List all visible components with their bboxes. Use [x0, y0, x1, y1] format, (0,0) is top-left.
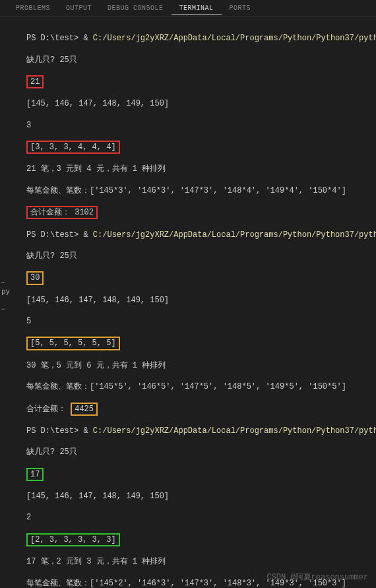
- run2-array-box: [5, 5, 5, 5, 5, 5]: [26, 337, 120, 350]
- ps-prompt: PS D:\test> &: [26, 34, 93, 43]
- run2-input-box: 30: [26, 271, 44, 284]
- run2-detail: 每笔金额、笔数：['145*5', '146*5', '147*5', '148…: [26, 381, 373, 392]
- question-line: 缺几只? 25只: [26, 251, 373, 261]
- list-line: [145, 146, 147, 148, 149, 150]: [26, 98, 373, 109]
- tab-problems[interactable]: PROBLEMS: [8, 2, 58, 15]
- watermark: CSDN @阿夏reasonsummer: [266, 572, 368, 583]
- tab-debug-console[interactable]: DEBUG CONSOLE: [100, 2, 172, 15]
- run1-before: 3: [26, 120, 373, 131]
- python-path: C:/Users/jg2yXRZ/AppData/Local/Programs/…: [93, 230, 376, 240]
- run1-input-box: 21: [26, 75, 44, 88]
- terminal-output[interactable]: PS D:\test> & C:/Users/jg2yXRZ/AppData/L…: [0, 17, 376, 588]
- tab-terminal[interactable]: TERMINAL: [172, 2, 222, 15]
- run2-total-box: 4425: [71, 403, 98, 416]
- tab-ports[interactable]: PORTS: [222, 2, 259, 15]
- run3-array-box: [2, 3, 3, 3, 3, 3]: [26, 533, 120, 546]
- run3-desc: 17 笔，2 元到 3 元，共有 1 种排列: [26, 556, 373, 567]
- run1-desc: 21 笔，3 元到 4 元，共有 1 种排列: [26, 164, 373, 174]
- run1-total-box: 合计金额： 3102: [26, 206, 98, 219]
- run2-desc: 30 笔，5 元到 6 元，共有 1 种排列: [26, 360, 373, 371]
- panel-tabs: PROBLEMS OUTPUT DEBUG CONSOLE TERMINAL P…: [0, 0, 376, 17]
- question-line: 缺几只? 25只: [26, 55, 373, 65]
- run2-before: 5: [26, 316, 373, 327]
- run2-total-label: 合计金额：: [26, 405, 66, 414]
- run3-before: 2: [26, 512, 373, 523]
- python-path: C:/Users/jg2yXRZ/AppData/Local/Programs/…: [93, 34, 376, 43]
- python-path: C:/Users/jg2yXRZ/AppData/Local/Programs/…: [93, 426, 376, 436]
- run1-array-box: [3, 3, 3, 4, 4, 4]: [26, 141, 120, 154]
- run1-detail: 每笔金额、笔数：['145*3', '146*3', '147*3', '148…: [26, 185, 373, 196]
- tab-output[interactable]: OUTPUT: [58, 2, 100, 15]
- run3-input-box: 17: [26, 468, 44, 481]
- ps-prompt: PS D:\test> &: [26, 230, 93, 240]
- question-line: 缺几只? 25只: [26, 447, 373, 457]
- list-line: [145, 146, 147, 148, 149, 150]: [26, 491, 373, 502]
- ps-prompt: PS D:\test> &: [26, 426, 93, 436]
- list-line: [145, 146, 147, 148, 149, 150]: [26, 295, 373, 306]
